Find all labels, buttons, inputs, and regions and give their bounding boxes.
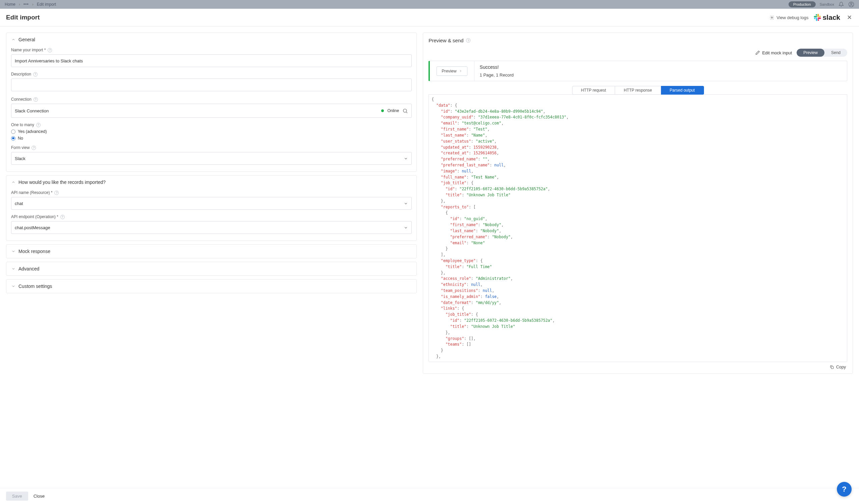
- chevron-up-icon: [11, 180, 16, 185]
- formview-label: Form view: [11, 145, 30, 150]
- view-debug-logs-link[interactable]: View debug logs: [769, 15, 808, 20]
- user-avatar-icon[interactable]: [848, 1, 854, 7]
- help-icon[interactable]: ?: [33, 97, 38, 102]
- formview-select[interactable]: Slack: [11, 152, 412, 165]
- slack-logo: slack: [814, 13, 840, 21]
- api-endpoint-label: API endpoint (Operation) *: [11, 214, 58, 219]
- tab-http-response[interactable]: HTTP response: [615, 86, 661, 95]
- success-text: Success!: [480, 64, 514, 70]
- chevron-down-icon: [404, 201, 408, 206]
- help-icon[interactable]: ?: [33, 72, 37, 77]
- panel-records-header[interactable]: How would you like the records imported?: [6, 175, 417, 189]
- env-production-pill[interactable]: Production: [788, 1, 816, 7]
- chevron-down-icon: [11, 249, 16, 254]
- bell-icon[interactable]: [838, 1, 844, 7]
- preview-panel: Preview & send ? Edit mock input Preview…: [423, 33, 853, 374]
- bug-icon: [769, 15, 774, 20]
- pencil-icon: [755, 50, 760, 55]
- breadcrumb-home[interactable]: Home: [5, 2, 15, 7]
- chevron-right-icon: ›: [32, 2, 33, 7]
- chevron-down-icon: [11, 284, 16, 289]
- preview-button[interactable]: Preview: [437, 66, 467, 76]
- api-endpoint-select[interactable]: chat.postMessage: [11, 221, 412, 234]
- topbar-right: Production Sandbox: [788, 1, 854, 7]
- toggle-preview[interactable]: Preview: [797, 49, 825, 57]
- svg-point-1: [850, 3, 852, 4]
- chevron-down-icon: [11, 266, 16, 271]
- help-icon[interactable]: ?: [48, 48, 52, 52]
- tab-parsed-output[interactable]: Parsed output: [661, 86, 704, 95]
- panel-custom-settings: Custom settings: [6, 279, 417, 293]
- connection-status: Online: [387, 108, 399, 113]
- copy-button[interactable]: Copy: [829, 365, 846, 369]
- topbar: Home › ••• › Edit import Production Sand…: [0, 0, 859, 9]
- panel-general: General Name your import *? Description?…: [6, 33, 417, 172]
- name-input[interactable]: [11, 55, 412, 67]
- panel-advanced: Advanced: [6, 262, 417, 276]
- chevron-up-icon: [11, 37, 16, 42]
- chevron-down-icon: [404, 156, 408, 161]
- help-icon[interactable]: ?: [36, 123, 41, 127]
- env-sandbox[interactable]: Sandbox: [820, 2, 834, 6]
- panel-mock-header[interactable]: Mock response: [6, 245, 417, 258]
- chevron-right-icon: [459, 69, 462, 73]
- help-icon[interactable]: ?: [54, 190, 59, 195]
- preview-send-toggle: Preview Send: [797, 49, 847, 57]
- panel-records: How would you like the records imported?…: [6, 175, 417, 241]
- connection-select[interactable]: Slack Connection Online: [11, 104, 412, 118]
- slack-mark-icon: [814, 14, 821, 21]
- connection-label: Connection: [11, 97, 32, 102]
- panel-custom-header[interactable]: Custom settings: [6, 279, 417, 293]
- svg-point-2: [771, 17, 773, 18]
- close-button[interactable]: ✕: [846, 14, 853, 21]
- help-icon[interactable]: ?: [466, 38, 470, 43]
- parsed-output-code[interactable]: { "data": { "id": "43e2efad-db24-4e8a-80…: [428, 94, 847, 362]
- help-icon[interactable]: ?: [60, 215, 65, 219]
- toggle-send[interactable]: Send: [825, 49, 847, 57]
- tab-http-request[interactable]: HTTP request: [572, 86, 615, 95]
- page-record-text: 1 Page, 1 Record: [480, 73, 514, 77]
- panel-advanced-header[interactable]: Advanced: [6, 262, 417, 275]
- radio-no[interactable]: No: [11, 136, 412, 141]
- svg-line-4: [406, 112, 407, 113]
- status-dot-icon: [381, 109, 384, 112]
- svg-point-3: [403, 109, 407, 112]
- page-title: Edit import: [6, 14, 40, 21]
- svg-rect-5: [831, 366, 833, 368]
- breadcrumb-ellipsis[interactable]: •••: [24, 2, 29, 7]
- api-name-label: API name (Resource) *: [11, 190, 52, 195]
- page-header: Edit import View debug logs slack ✕: [0, 9, 859, 27]
- breadcrumb-current: Edit import: [37, 2, 56, 7]
- radio-yes[interactable]: Yes (advanced): [11, 129, 412, 134]
- edit-mock-input-link[interactable]: Edit mock input: [755, 50, 792, 55]
- search-icon[interactable]: [402, 108, 408, 114]
- breadcrumb: Home › ••• › Edit import: [5, 2, 56, 7]
- status-card: Preview Success! 1 Page, 1 Record: [428, 61, 847, 81]
- panel-mock-response: Mock response: [6, 244, 417, 258]
- name-label: Name your import *: [11, 48, 46, 52]
- copy-icon: [829, 365, 834, 369]
- preview-title: Preview & send: [428, 37, 463, 43]
- description-label: Description: [11, 72, 31, 77]
- output-tabs: HTTP request HTTP response Parsed output: [428, 86, 847, 95]
- panel-general-header[interactable]: General: [6, 33, 417, 46]
- one-to-many-label: One to many: [11, 122, 34, 127]
- description-input[interactable]: [11, 78, 412, 91]
- chevron-down-icon: [404, 226, 408, 230]
- help-icon[interactable]: ?: [32, 146, 36, 150]
- api-name-select[interactable]: chat: [11, 197, 412, 210]
- chevron-right-icon: ›: [19, 2, 20, 7]
